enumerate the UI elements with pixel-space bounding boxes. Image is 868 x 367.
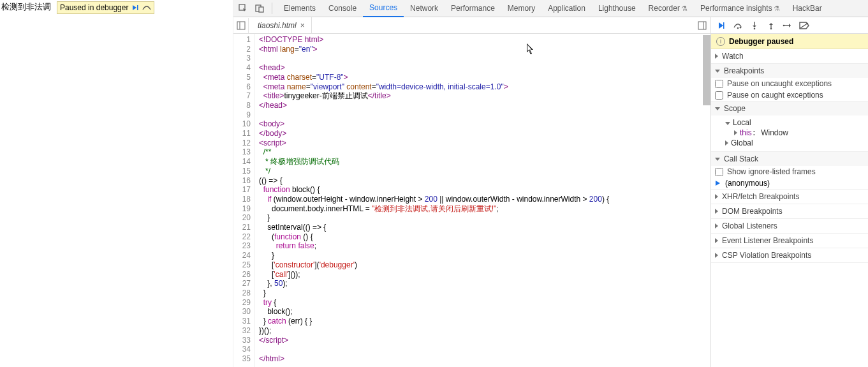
devtools-tab-hackbar[interactable]: HackBar: [786, 0, 828, 17]
scope-section[interactable]: Scope: [711, 101, 868, 116]
global-listeners-section[interactable]: Global Listeners: [711, 219, 868, 233]
devtools-panel: ElementsConsoleSourcesNetworkPerformance…: [233, 0, 868, 367]
callstack-section[interactable]: Call Stack: [711, 152, 868, 166]
paused-overlay: Paused in debugger: [57, 1, 154, 14]
devtools-tab-console[interactable]: Console: [322, 0, 363, 17]
flask-icon: ⚗: [774, 4, 780, 13]
navigator-toggle-icon[interactable]: [233, 18, 249, 33]
dom-section[interactable]: DOM Breakpoints: [711, 204, 868, 218]
file-tab-label: tiaoshi.html: [258, 21, 297, 30]
sources-pane: tiaoshi.html × 1234567891011121314151617…: [233, 17, 711, 367]
file-tab[interactable]: tiaoshi.html ×: [251, 17, 312, 34]
debug-controls: [711, 17, 868, 34]
checkbox[interactable]: [715, 168, 723, 176]
debugger-paused-banner: i Debugger paused: [711, 34, 868, 49]
file-tab-bar: tiaoshi.html ×: [233, 17, 710, 34]
scope-this[interactable]: this: Window: [716, 128, 863, 138]
current-frame-icon: [715, 180, 721, 186]
resume-button[interactable]: [715, 19, 728, 32]
event-listener-section[interactable]: Event Listener Breakpoints: [711, 234, 868, 248]
checkbox[interactable]: [715, 91, 723, 100]
mouse-cursor: [527, 43, 534, 55]
close-icon[interactable]: ×: [300, 21, 305, 30]
devtools-tab-performance[interactable]: Performance: [445, 0, 501, 17]
checkbox[interactable]: [715, 80, 723, 88]
line-gutter: 1234567891011121314151617181920212223242…: [233, 34, 255, 367]
svg-rect-0: [137, 5, 138, 10]
svg-point-11: [754, 27, 756, 29]
pause-uncaught-checkbox[interactable]: Pause on uncaught exceptions: [711, 78, 868, 89]
csp-section[interactable]: CSP Violation Breakpoints: [711, 248, 868, 262]
svg-point-15: [783, 24, 785, 26]
info-icon: i: [716, 37, 725, 46]
svg-point-9: [737, 27, 739, 29]
flask-icon: ⚗: [681, 4, 688, 13]
devtools-tab-recorder[interactable]: Recorder⚗: [642, 0, 694, 17]
resume-icon[interactable]: [131, 3, 140, 12]
stepin-button[interactable]: [748, 19, 761, 32]
xhr-section[interactable]: XHR/fetch Breakpoints: [711, 190, 868, 204]
scrollbar[interactable]: [703, 35, 710, 367]
stepout-button[interactable]: [765, 19, 777, 32]
devtools-tab-network[interactable]: Network: [404, 0, 445, 17]
svg-rect-6: [698, 22, 706, 29]
paused-text: Debugger paused: [729, 37, 793, 46]
code-content: <!DOCTYPE html><html lang="en"> <head> <…: [255, 34, 710, 367]
scroll-thumb[interactable]: [703, 35, 710, 105]
pause-caught-checkbox[interactable]: Pause on caught exceptions: [711, 89, 868, 101]
devtools-tab-memory[interactable]: Memory: [501, 0, 541, 17]
device-toggle-icon[interactable]: [253, 1, 267, 15]
separator: [272, 3, 272, 14]
svg-rect-8: [723, 22, 725, 29]
page-body-text: 检测到非法调: [1, 1, 51, 13]
ignore-listed-checkbox[interactable]: Show ignore-listed frames: [711, 166, 868, 177]
inspect-icon[interactable]: [236, 1, 250, 15]
devtools-tab-performance-insights[interactable]: Performance insights⚗: [694, 0, 786, 17]
devtools-tab-lighthouse[interactable]: Lighthouse: [592, 0, 642, 17]
deactivate-breakpoints-button[interactable]: [798, 19, 811, 32]
page-content: 检测到非法调 Paused in debugger: [0, 0, 233, 367]
devtools-tab-sources[interactable]: Sources: [363, 0, 404, 17]
svg-rect-3: [259, 7, 263, 12]
watch-section[interactable]: Watch: [711, 49, 868, 63]
code-editor[interactable]: 1234567891011121314151617181920212223242…: [233, 34, 710, 367]
devtools-tab-application[interactable]: Application: [541, 0, 592, 17]
callstack-frame[interactable]: (anonymous): [711, 177, 868, 189]
devtools-tab-elements[interactable]: Elements: [277, 0, 322, 17]
step-over-icon[interactable]: [142, 3, 151, 12]
breakpoints-section[interactable]: Breakpoints: [711, 64, 868, 78]
show-snippets-icon[interactable]: [695, 19, 709, 33]
scope-local[interactable]: Local: [716, 117, 863, 128]
svg-point-13: [770, 27, 772, 29]
svg-rect-4: [237, 22, 245, 29]
scope-global[interactable]: Global: [716, 138, 863, 148]
paused-label: Paused in debugger: [60, 3, 128, 12]
step-button[interactable]: [781, 19, 794, 32]
stepover-button[interactable]: [732, 19, 744, 32]
debugger-sidebar: i Debugger paused Watch Breakpoints Paus…: [711, 17, 868, 367]
devtools-toolbar: ElementsConsoleSourcesNetworkPerformance…: [233, 0, 868, 17]
